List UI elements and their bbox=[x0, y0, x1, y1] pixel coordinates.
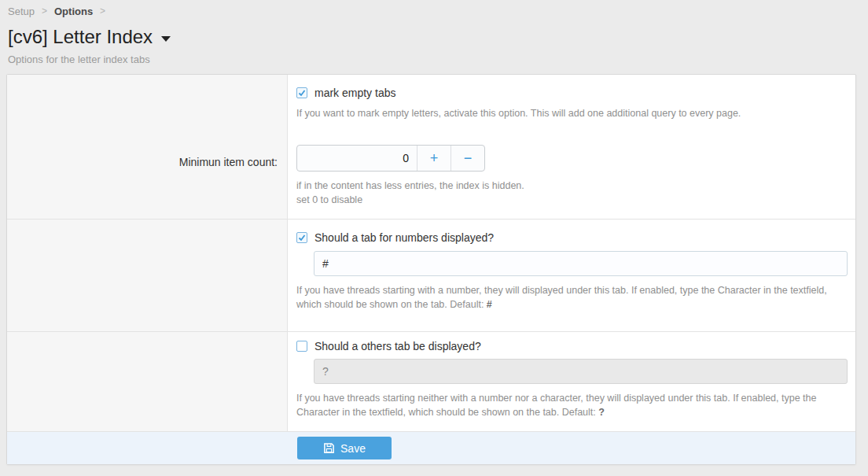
page-subtitle: Options for the letter index tabs bbox=[8, 54, 860, 65]
option-row-numbers-tab: Should a tab for numbers displayed? If y… bbox=[7, 220, 855, 332]
numbers-tab-option: Should a tab for numbers displayed? bbox=[296, 220, 848, 244]
numbers-tab-description-text: If you have threads starting with a numb… bbox=[296, 285, 827, 310]
option-content-column: Should a tab for numbers displayed? If y… bbox=[288, 220, 855, 331]
mark-empty-tabs-option: mark empty tabs bbox=[296, 75, 848, 99]
min-item-count-help: if in the content has less entries, the … bbox=[296, 179, 848, 207]
save-button-label: Save bbox=[340, 442, 366, 455]
others-tab-description: If you have threads starting neither wit… bbox=[296, 391, 848, 419]
breadcrumb: Setup > Options > bbox=[8, 5, 860, 17]
floppy-disk-icon bbox=[323, 442, 335, 454]
page-header: Setup > Options > [cv6] Letter Index Opt… bbox=[0, 0, 868, 65]
mark-empty-tabs-description: If you want to mark empty letters, activ… bbox=[296, 106, 848, 120]
options-form: Minimun item count: mark empty tabs If y… bbox=[6, 74, 856, 465]
others-tab-description-text: If you have threads starting neither wit… bbox=[296, 393, 817, 418]
breadcrumb-item-options[interactable]: Options bbox=[54, 6, 93, 17]
option-content-column: Should a others tab be displayed? If you… bbox=[288, 332, 855, 431]
numbers-tab-default-char: # bbox=[487, 299, 492, 310]
numbers-tab-label[interactable]: Should a tab for numbers displayed? bbox=[314, 231, 494, 244]
breadcrumb-item-setup[interactable]: Setup bbox=[8, 6, 35, 17]
option-row-others-tab: Should a others tab be displayed? If you… bbox=[7, 332, 855, 432]
breadcrumb-separator-icon: > bbox=[100, 6, 105, 17]
option-row-mark-empty-tabs: Minimun item count: mark empty tabs If y… bbox=[7, 75, 855, 220]
numbers-tab-description: If you have threads starting with a numb… bbox=[296, 283, 848, 312]
numbers-tab-char-input[interactable] bbox=[314, 251, 848, 276]
min-item-count-input[interactable] bbox=[297, 146, 417, 171]
help-line-1: if in the content has less entries, the … bbox=[296, 179, 848, 193]
chevron-down-icon[interactable] bbox=[161, 36, 171, 42]
others-tab-default-char: ? bbox=[598, 407, 605, 418]
mark-empty-tabs-label[interactable]: mark empty tabs bbox=[314, 87, 395, 99]
checkmark-icon bbox=[298, 89, 306, 97]
increment-button[interactable]: + bbox=[417, 146, 451, 171]
option-label-column bbox=[7, 332, 288, 431]
others-tab-label[interactable]: Should a others tab be displayed? bbox=[314, 340, 481, 352]
others-tab-checkbox[interactable] bbox=[296, 341, 307, 352]
min-item-count-stepper: + − bbox=[296, 145, 485, 172]
mark-empty-tabs-checkbox[interactable] bbox=[296, 87, 307, 98]
others-tab-option: Should a others tab be displayed? bbox=[296, 332, 848, 352]
decrement-button[interactable]: − bbox=[451, 146, 484, 171]
others-tab-char-input bbox=[314, 359, 848, 384]
option-label-column bbox=[7, 220, 288, 331]
save-button[interactable]: Save bbox=[297, 437, 392, 459]
numbers-tab-checkbox[interactable] bbox=[296, 232, 307, 243]
breadcrumb-separator-icon: > bbox=[42, 6, 47, 17]
option-content-column: mark empty tabs If you want to mark empt… bbox=[288, 75, 855, 219]
form-footer: Save bbox=[7, 432, 855, 464]
help-line-2: set 0 to disable bbox=[296, 193, 848, 207]
checkmark-icon bbox=[298, 234, 306, 242]
page-title: [cv6] Letter Index bbox=[8, 24, 153, 50]
option-label-column: Minimun item count: bbox=[7, 75, 288, 219]
min-item-count-label: Minimun item count: bbox=[179, 75, 287, 168]
title-row: [cv6] Letter Index bbox=[8, 24, 860, 50]
